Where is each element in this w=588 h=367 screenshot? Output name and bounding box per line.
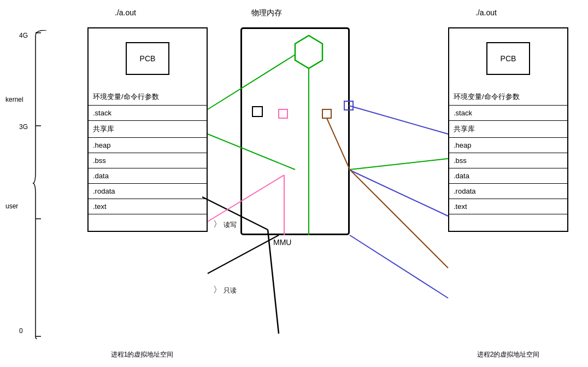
proc2-bss: .bss — [449, 153, 567, 168]
proc1-data: .data — [89, 168, 207, 184]
proc2-rodata: .rodata — [449, 184, 567, 199]
phys-mem-box — [240, 27, 350, 235]
proc1-text: .text — [89, 199, 207, 214]
label-0: 0 — [19, 327, 23, 335]
proc1-title: ./a.out — [115, 8, 136, 17]
proc2-box: PCB 环境变量/命令行参数 .stack 共享库 .heap .bss .da… — [448, 27, 568, 232]
proc2-pcb: PCB — [486, 42, 530, 75]
proc1-box: PCB 环境变量/命令行参数 .stack 共享库 .heap .bss .da… — [87, 27, 208, 232]
svg-line-19 — [350, 170, 448, 268]
proc2-stack: .stack — [449, 106, 567, 121]
label-4g: 4G — [19, 32, 28, 39]
proc2-data: .data — [449, 168, 567, 184]
proc1-stack: .stack — [89, 106, 207, 121]
svg-line-20 — [350, 235, 448, 298]
proc2-bottom — [449, 214, 567, 231]
proc1-bottom — [89, 214, 207, 231]
read-write-annotation: 〉 读写 — [213, 219, 237, 230]
label-3g: 3G — [19, 123, 28, 131]
phys-title: 物理内存 — [251, 8, 282, 18]
proc1-label: 进程1的虚拟地址空间 — [77, 350, 208, 359]
label-user: user — [5, 202, 18, 210]
proc1-env-args: 环境变量/命令行参数 — [89, 89, 207, 106]
svg-line-17 — [349, 170, 448, 216]
proc2-heap: .heap — [449, 138, 567, 153]
proc2-text: .text — [449, 199, 567, 214]
proc2-label: 进程2的虚拟地址空间 — [437, 350, 579, 359]
proc1-pcb: PCB — [126, 42, 169, 75]
proc2-env-args: 环境变量/命令行参数 — [449, 89, 567, 106]
proc2-shared-lib: 共享库 — [449, 121, 567, 138]
proc1-heap: .heap — [89, 138, 207, 153]
main-container: ./a.out ./a.out 物理内存 4G kernel 3G user 0… — [0, 0, 588, 367]
svg-line-22 — [208, 235, 279, 273]
proc1-shared-lib: 共享库 — [89, 121, 207, 138]
label-kernel: kernel — [5, 96, 23, 103]
left-brace-svg — [30, 30, 52, 339]
read-only-annotation: 〉 只读 — [213, 284, 237, 296]
svg-line-10 — [350, 159, 448, 170]
proc1-rodata: .rodata — [89, 184, 207, 199]
mmu-label: MMU — [273, 238, 291, 247]
proc2-title: ./a.out — [475, 8, 497, 17]
svg-line-16 — [349, 106, 448, 134]
proc1-bss: .bss — [89, 153, 207, 168]
